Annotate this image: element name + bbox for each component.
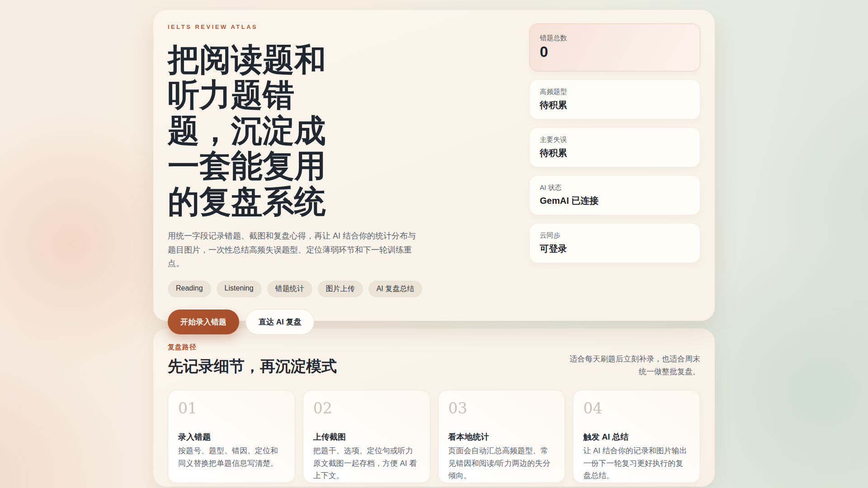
stat-label: AI 状态 [540,183,690,192]
step-title: 触发 AI 总结 [583,432,690,442]
stat-card-cloud-sync: 云同步 可登录 [529,223,700,263]
step-number: 02 [313,399,420,417]
path-title: 先记录细节，再沉淀模式 [168,356,337,377]
stat-card-main-mistakes: 主要失误 待积累 [529,127,700,167]
step-number: 01 [178,399,285,417]
start-entry-button[interactable]: 开始录入错题 [168,310,239,334]
feature-tag-row: Reading Listening 错题统计 图片上传 AI 复盘总结 [168,281,484,297]
stat-label: 云同步 [540,231,690,240]
step-description: 把题干、选项、定位句或听力原文截图一起存档，方便 AI 看上下文。 [313,445,420,482]
hero-button-row: 开始录入错题 直达 AI 复盘 [168,309,484,335]
hero-eyebrow: IELTS REVIEW ATLAS [168,23,484,30]
step-title: 上传截图 [313,432,420,442]
steps-grid: 01 录入错题 按题号、题型、错因、定位和同义替换把单题信息写清楚。 02 上传… [168,390,700,483]
tag-ai-review: AI 复盘总结 [368,281,423,297]
step-number: 04 [583,399,690,417]
path-eyebrow: 复盘路径 [168,343,337,352]
stat-card-frequent-types: 高频题型 待积累 [529,80,700,119]
step-title: 看本地统计 [448,432,555,442]
path-header-left: 复盘路径 先记录细节，再沉淀模式 [168,343,337,377]
step-card-ai-summary: 04 触发 AI 总结 让 AI 结合你的记录和图片输出一份下一轮复习更好执行的… [573,390,700,483]
hero-description: 用统一字段记录错题、截图和复盘心得，再让 AI 结合你的统计分布与题目图片，一次… [168,229,423,271]
stat-value: 0 [540,43,690,61]
tag-reading: Reading [168,281,211,297]
stat-column: 错题总数 0 高频题型 待积累 主要失误 待积累 AI 状态 GemAI 已连接… [529,23,700,305]
step-description: 让 AI 结合你的记录和图片输出一份下一轮复习更好执行的复盘总结。 [583,445,690,482]
step-card-upload: 02 上传截图 把题干、选项、定位句或听力原文截图一起存档，方便 AI 看上下文… [303,390,430,483]
step-number: 03 [448,399,555,417]
step-card-entry: 01 录入错题 按题号、题型、错因、定位和同义替换把单题信息写清楚。 [168,390,295,483]
step-description: 页面会自动汇总高频题型、常见错因和阅读/听力两边的失分倾向。 [448,445,555,482]
stat-label: 高频题型 [540,88,690,96]
review-path-card: 复盘路径 先记录细节，再沉淀模式 适合每天刷题后立刻补录，也适合周末统一做整批复… [153,328,715,487]
tag-image-upload: 图片上传 [318,281,363,297]
path-header: 复盘路径 先记录细节，再沉淀模式 适合每天刷题后立刻补录，也适合周末统一做整批复… [168,343,700,378]
tag-listening: Listening [217,281,262,297]
stat-card-ai-status: AI 状态 GemAI 已连接 [529,175,700,215]
stat-value: 待积累 [540,147,690,159]
hero-title: 把阅读题和听力题错题，沉淀成一套能复用的复盘系统 [168,42,339,219]
stat-card-total-errors: 错题总数 0 [529,23,700,71]
stat-label: 主要失误 [540,136,690,144]
hero-card: IELTS REVIEW ATLAS 把阅读题和听力题错题，沉淀成一套能复用的复… [153,10,715,321]
path-note: 适合每天刷题后立刻补录，也适合周末统一做整批复盘。 [565,353,700,378]
page-container: IELTS REVIEW ATLAS 把阅读题和听力题错题，沉淀成一套能复用的复… [153,10,715,487]
stat-label: 错题总数 [540,34,690,42]
hero-left-column: IELTS REVIEW ATLAS 把阅读题和听力题错题，沉淀成一套能复用的复… [168,23,484,305]
stat-value: GemAI 已连接 [540,195,690,207]
stat-value: 待积累 [540,99,690,111]
goto-ai-review-button[interactable]: 直达 AI 复盘 [245,309,314,335]
stat-value: 可登录 [540,243,690,255]
tag-error-stats: 错题统计 [267,281,312,297]
step-description: 按题号、题型、错因、定位和同义替换把单题信息写清楚。 [178,445,285,469]
step-card-local-stats: 03 看本地统计 页面会自动汇总高频题型、常见错因和阅读/听力两边的失分倾向。 [438,390,566,483]
step-title: 录入错题 [178,432,285,442]
